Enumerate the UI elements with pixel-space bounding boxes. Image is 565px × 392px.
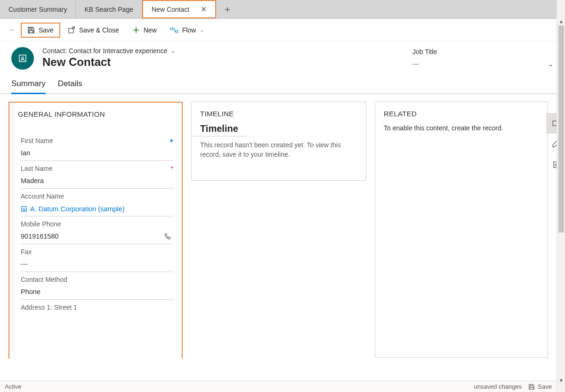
field-label: Fax xyxy=(21,248,32,256)
header-field-jobtitle[interactable]: Job Title ⌄ --- xyxy=(412,47,554,68)
timeline-message: This record hasn't been created yet. To … xyxy=(192,136,366,166)
chevron-down-icon: ⌄ xyxy=(548,60,554,68)
tab-details[interactable]: Details xyxy=(58,79,82,93)
flow-icon xyxy=(170,27,178,33)
related-message: To enable this content, create the recor… xyxy=(375,120,548,136)
field-value: Ian xyxy=(21,149,173,158)
app-tabbar: Customer Summary KB Search Page New Cont… xyxy=(0,0,565,19)
tab-new-contact[interactable]: New Contact ✕ xyxy=(142,0,216,18)
field-mobile-phone[interactable]: Mobile Phone 9019161580 xyxy=(21,216,173,244)
record-title: New Contact xyxy=(42,56,404,69)
field-contact-method[interactable]: Contact Method Phone xyxy=(21,272,173,300)
unsaved-indicator: unsaved changes xyxy=(474,383,522,390)
plus-icon xyxy=(132,26,140,34)
svg-rect-0 xyxy=(170,28,173,30)
field-label: First Name xyxy=(21,137,53,144)
field-value: A. Datum Corporation (sample) xyxy=(21,205,173,213)
save-close-button[interactable]: Save & Close xyxy=(62,24,125,37)
account-icon xyxy=(21,206,27,212)
vertical-scrollbar[interactable]: ▲ ▼ xyxy=(557,0,565,392)
header-field-value: --- xyxy=(412,60,554,68)
new-label: New xyxy=(144,26,157,34)
tab-customer-summary[interactable]: Customer Summary xyxy=(0,0,76,18)
tab-label: Customer Summary xyxy=(8,6,67,13)
field-value: Madera xyxy=(21,177,173,185)
back-button[interactable]: ← xyxy=(6,24,19,37)
scroll-down-icon[interactable]: ▼ xyxy=(557,376,565,384)
flow-label: Flow xyxy=(182,26,196,34)
record-header: Contact: Contact for Interactive experie… xyxy=(0,41,565,72)
save-button[interactable]: Save xyxy=(21,23,60,38)
new-button[interactable]: New xyxy=(127,24,162,37)
header-field-label: Job Title xyxy=(412,48,554,56)
flow-button[interactable]: Flow ⌄ xyxy=(164,24,210,37)
field-value: 9019161580 xyxy=(21,232,173,241)
field-label: Address 1: Street 1 xyxy=(21,304,77,311)
field-value: --- xyxy=(21,260,173,269)
add-tab-button[interactable]: ＋ xyxy=(216,0,239,18)
field-address1-street1[interactable]: Address 1: Street 1 xyxy=(21,300,173,314)
timeline-title: Timeline xyxy=(192,120,247,136)
recommended-indicator: + xyxy=(170,137,173,144)
section-tabs: Summary Details xyxy=(0,72,565,94)
field-fax[interactable]: Fax --- xyxy=(21,244,173,272)
record-state: Active xyxy=(5,383,21,390)
statusbar-save-label: Save xyxy=(538,383,552,390)
phone-icon[interactable] xyxy=(164,232,171,240)
svg-rect-2 xyxy=(19,55,26,62)
panel-heading: TIMELINE xyxy=(192,102,366,120)
command-bar: ← Save Save & Close New Flow ⌄ xyxy=(0,19,565,41)
form-selector[interactable]: Contact: Contact for Interactive experie… xyxy=(42,47,404,55)
scroll-up-icon[interactable]: ▲ xyxy=(557,17,565,25)
entity-badge xyxy=(11,47,34,70)
panel-general-information: GENERAL INFORMATION First Name + Ian Las… xyxy=(8,102,183,359)
panel-timeline: TIMELINE Timeline This record hasn't bee… xyxy=(191,102,366,181)
save-close-icon xyxy=(68,26,75,34)
tab-kb-search[interactable]: KB Search Page xyxy=(76,0,142,18)
field-label: Mobile Phone xyxy=(21,220,61,228)
field-last-name[interactable]: Last Name * Madera xyxy=(21,161,173,189)
svg-rect-1 xyxy=(176,31,178,32)
svg-point-3 xyxy=(22,57,24,59)
scroll-thumb[interactable] xyxy=(558,25,564,232)
save-icon xyxy=(27,26,35,34)
field-account-name[interactable]: Account Name A. Datum Corporation (sampl… xyxy=(21,189,173,216)
save-close-label: Save & Close xyxy=(79,26,119,34)
account-link[interactable]: A. Datum Corporation (sample) xyxy=(30,205,125,213)
tab-label: New Contact xyxy=(152,6,189,13)
field-value: Phone xyxy=(21,288,173,296)
field-first-name[interactable]: First Name + Ian xyxy=(21,133,173,161)
form-selector-label: Contact: Contact for Interactive experie… xyxy=(42,47,167,55)
chevron-down-icon: ⌄ xyxy=(200,27,204,33)
content-area: GENERAL INFORMATION First Name + Ian Las… xyxy=(0,94,565,359)
tab-label: KB Search Page xyxy=(84,6,133,13)
tab-summary[interactable]: Summary xyxy=(11,79,46,93)
panel-related: RELATED To enable this content, create t… xyxy=(375,102,548,358)
panel-heading: GENERAL INFORMATION xyxy=(9,103,182,120)
chevron-down-icon: ⌄ xyxy=(171,48,176,54)
statusbar-save-button[interactable]: Save xyxy=(528,383,552,390)
save-label: Save xyxy=(39,26,54,34)
required-indicator: * xyxy=(171,165,173,172)
field-label: Contact Method xyxy=(21,276,67,283)
panel-heading: RELATED xyxy=(375,102,548,120)
close-icon[interactable]: ✕ xyxy=(201,5,207,14)
status-bar: Active unsaved changes Save xyxy=(0,381,557,392)
field-label: Account Name xyxy=(21,192,64,200)
field-label: Last Name xyxy=(21,165,53,172)
